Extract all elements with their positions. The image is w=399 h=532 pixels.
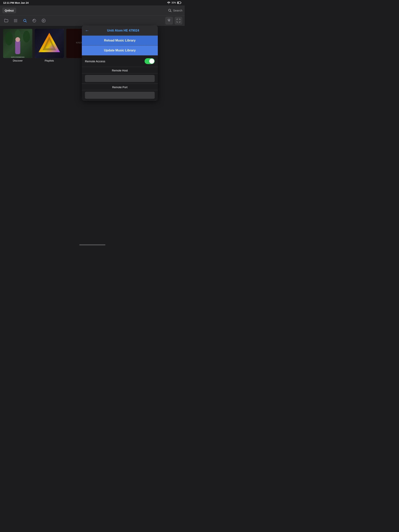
toggle-knob <box>149 59 154 64</box>
svg-point-10 <box>16 20 17 21</box>
discover-art: KATE O'DONNOVAN <box>3 29 32 58</box>
search-area[interactable]: Search <box>18 9 182 13</box>
svg-point-5 <box>14 19 15 20</box>
wifi-icon <box>167 1 170 4</box>
search-icon <box>168 9 172 13</box>
battery-percent: 30% <box>171 1 176 4</box>
back-button[interactable]: ← <box>85 28 89 33</box>
battery-icon <box>177 1 182 4</box>
fullscreen-button[interactable] <box>174 17 182 25</box>
toolbar-grid-btn[interactable] <box>12 17 19 25</box>
playlists-label: Playlists <box>45 59 54 62</box>
status-time: 12:11 PM Mon Jan 24 <box>3 1 29 4</box>
svg-line-4 <box>170 11 171 12</box>
remote-port-input[interactable] <box>85 92 155 99</box>
svg-line-15 <box>26 21 27 22</box>
remote-host-label: Remote Host <box>82 67 158 73</box>
toolbar-folder-btn[interactable] <box>2 17 10 25</box>
svg-rect-2 <box>178 2 179 4</box>
home-indicator <box>79 244 105 245</box>
app-logo: Qobuz <box>2 8 16 13</box>
remote-host-input[interactable] <box>85 75 155 82</box>
device-settings-panel: ← Uniti Atom HE 479024 Reload Music Libr… <box>82 26 158 101</box>
settings-button[interactable] <box>165 17 173 25</box>
app-header: Qobuz Search <box>0 6 185 16</box>
svg-point-6 <box>15 19 16 20</box>
toolbar-radio-btn[interactable] <box>30 17 38 25</box>
reload-library-button[interactable]: Reload Music Library <box>82 36 158 45</box>
search-box[interactable]: Search <box>168 9 182 13</box>
remote-port-label: Remote Port <box>82 84 158 90</box>
svg-point-17 <box>34 20 35 21</box>
discover-label: Discover <box>13 59 23 62</box>
playlists-thumbnail <box>35 29 64 58</box>
svg-point-11 <box>14 21 15 22</box>
remote-access-toggle[interactable] <box>145 58 155 64</box>
playlists-art <box>35 29 64 58</box>
svg-rect-23 <box>15 40 20 54</box>
discover-thumbnail: KATE O'DONNOVAN <box>3 29 32 58</box>
list-item[interactable]: Playlists <box>35 29 64 62</box>
svg-point-7 <box>16 19 17 20</box>
svg-point-20 <box>5 32 13 45</box>
remote-access-label: Remote Access <box>85 60 105 63</box>
svg-point-21 <box>23 31 30 43</box>
toolbar-search-btn[interactable] <box>21 17 29 25</box>
remote-host-input-row <box>82 73 158 84</box>
svg-text:KATE O'DONNOVAN: KATE O'DONNOVAN <box>11 57 24 58</box>
list-item[interactable]: KATE O'DONNOVAN Discover <box>3 29 32 62</box>
main-content: KATE O'DONNOVAN Discover <box>0 26 185 241</box>
svg-point-8 <box>14 20 15 21</box>
svg-point-12 <box>15 21 16 22</box>
main-toolbar <box>0 16 185 26</box>
remote-access-row: Remote Access <box>82 56 158 67</box>
search-label: Search <box>173 9 182 12</box>
remote-port-input-row <box>82 90 158 101</box>
status-bar: 12:11 PM Mon Jan 24 30% <box>0 0 185 6</box>
update-library-button[interactable]: Update Music Library <box>82 45 158 56</box>
panel-title: Uniti Atom HE 479024 <box>91 29 155 32</box>
svg-point-0 <box>168 3 169 4</box>
toolbar-actions <box>165 17 182 25</box>
svg-point-9 <box>15 20 16 21</box>
svg-point-24 <box>15 37 20 42</box>
panel-header: ← Uniti Atom HE 479024 <box>82 26 158 36</box>
svg-point-13 <box>16 21 17 22</box>
toolbar-spotify-btn[interactable] <box>40 17 48 25</box>
status-right: 30% <box>167 1 182 4</box>
